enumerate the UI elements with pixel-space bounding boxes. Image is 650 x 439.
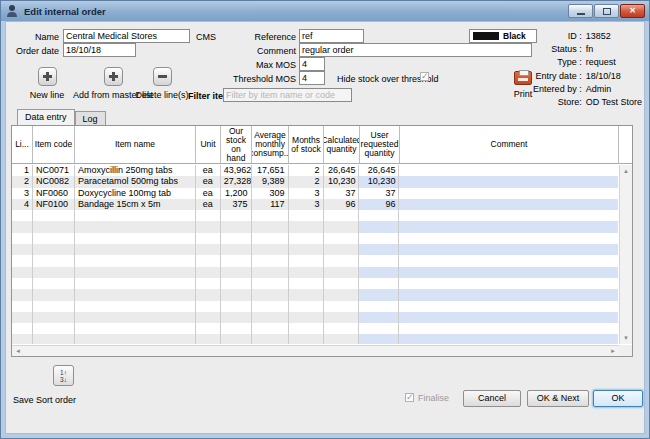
cell-comment[interactable] [399, 233, 618, 244]
column-header[interactable]: Unit [196, 126, 221, 163]
max-mos-label: Max MOS [231, 60, 296, 70]
table-row[interactable]: 2NC0082Paracetamol 500mg tabsea27,3289,3… [12, 176, 618, 187]
plus-icon [38, 67, 57, 86]
cell-comment[interactable] [399, 188, 618, 199]
title-bar[interactable]: Edit internal order ✕ [1, 1, 649, 21]
cell-comment[interactable] [399, 301, 618, 312]
save-sort-order-button[interactable]: 1↑3↓ [53, 365, 74, 386]
cell-requested[interactable] [359, 312, 399, 323]
vertical-scrollbar[interactable]: ▲ ▼ [619, 165, 632, 344]
table-row[interactable] [12, 267, 618, 278]
cell-requested[interactable] [359, 233, 399, 244]
cell-stock [221, 244, 252, 255]
table-row[interactable] [12, 323, 618, 334]
cell-comment[interactable] [399, 312, 618, 323]
cell-comment[interactable] [399, 199, 618, 210]
name-input[interactable] [63, 29, 190, 43]
cancel-button[interactable]: Cancel [463, 390, 521, 407]
status-label: Status : [452, 45, 582, 54]
finalise-checkbox[interactable]: ✓ [405, 393, 414, 402]
cell-requested[interactable] [359, 210, 399, 221]
table-row[interactable]: 4NF0100Bandage 15cm x 5mea37511739696 [12, 199, 618, 210]
column-header[interactable]: Calculated quantity [324, 126, 360, 163]
table-row[interactable] [12, 255, 618, 266]
cell-requested[interactable] [359, 267, 399, 278]
order-lines-table: Li...Item codeItem nameUnitOur stock on … [11, 125, 633, 357]
cell-comment[interactable] [399, 165, 618, 176]
cell-code [33, 255, 75, 266]
hide-stock-checkbox[interactable]: ✓ [420, 72, 429, 81]
cell-comment[interactable] [399, 221, 618, 232]
order-date-input[interactable] [63, 43, 136, 57]
column-header[interactable]: Item name [75, 126, 196, 163]
cell-requested[interactable] [359, 323, 399, 334]
table-row[interactable] [12, 210, 618, 221]
table-row[interactable] [12, 278, 618, 289]
cell-requested[interactable] [359, 301, 399, 312]
table-row[interactable]: 3NF0060Doxycycline 100mg tabea1,20030933… [12, 188, 618, 199]
table-row[interactable] [12, 289, 618, 300]
cell-comment[interactable] [399, 278, 618, 289]
table-row[interactable] [12, 244, 618, 255]
cell-name: Bandage 15cm x 5m [75, 199, 196, 210]
table-row[interactable] [12, 301, 618, 312]
max-mos-input[interactable] [299, 57, 325, 71]
cell-requested[interactable] [359, 289, 399, 300]
cell-requested[interactable]: 26,645 [359, 165, 399, 176]
table-row[interactable] [12, 334, 618, 344]
cell-comment[interactable] [399, 210, 618, 221]
new-line-button[interactable]: New line [23, 67, 71, 100]
column-header[interactable]: Comment [400, 126, 619, 163]
cell-comment[interactable] [399, 267, 618, 278]
cell-requested[interactable] [359, 221, 399, 232]
cell-requested[interactable] [359, 334, 399, 344]
cell-comment[interactable] [399, 289, 618, 300]
tab-log[interactable]: Log [75, 111, 106, 125]
cell-requested[interactable] [359, 244, 399, 255]
close-button[interactable]: ✕ [620, 4, 645, 18]
minimize-button[interactable] [568, 4, 593, 18]
cell-requested[interactable] [359, 255, 399, 266]
reference-input[interactable] [299, 29, 364, 43]
cell-comment[interactable] [399, 176, 618, 187]
cell-calc [324, 267, 360, 278]
cell-line [12, 289, 33, 300]
scroll-down-icon[interactable]: ▼ [620, 332, 632, 344]
threshold-mos-input[interactable] [299, 71, 325, 85]
table-row[interactable] [12, 312, 618, 323]
cell-comment[interactable] [399, 244, 618, 255]
cell-comment[interactable] [399, 334, 618, 344]
status-value: fn [586, 45, 642, 54]
table-row[interactable] [12, 221, 618, 232]
ok-button[interactable]: OK [593, 390, 643, 407]
table-row[interactable]: 1NC0071Amoxycillin 250mg tabsea43,96217,… [12, 165, 618, 176]
horizontal-scrollbar[interactable]: ◄ ► [12, 345, 619, 356]
column-header[interactable]: User requested quantity [360, 126, 400, 163]
column-header[interactable]: Our stock on hand [221, 126, 252, 163]
cell-requested[interactable]: 37 [359, 188, 399, 199]
column-header[interactable]: Months of stock [289, 126, 324, 163]
header-spacer [619, 126, 632, 163]
cell-comment[interactable] [399, 255, 618, 266]
scroll-right-icon[interactable]: ► [607, 346, 619, 356]
column-header[interactable]: Item code [33, 126, 75, 163]
cell-stock [221, 323, 252, 334]
column-header[interactable]: Average monthly consump... [252, 126, 289, 163]
cell-requested[interactable]: 10,230 [359, 176, 399, 187]
scroll-up-icon[interactable]: ▲ [620, 165, 632, 177]
maximize-button[interactable] [594, 4, 619, 18]
ok-next-button[interactable]: OK & Next [527, 390, 589, 407]
cell-stock [221, 334, 252, 344]
cell-amc [252, 289, 289, 300]
cell-requested[interactable]: 96 [359, 199, 399, 210]
column-header[interactable]: Li... [12, 126, 33, 163]
delete-lines-button[interactable]: Delete line(s) [131, 67, 193, 100]
filter-items-input[interactable] [223, 88, 352, 102]
cell-comment[interactable] [399, 323, 618, 334]
cell-months [289, 323, 324, 334]
cell-requested[interactable] [359, 278, 399, 289]
cell-line [12, 255, 33, 266]
tab-data-entry[interactable]: Data entry [17, 109, 75, 125]
scroll-left-icon[interactable]: ◄ [12, 346, 24, 356]
table-row[interactable] [12, 233, 618, 244]
